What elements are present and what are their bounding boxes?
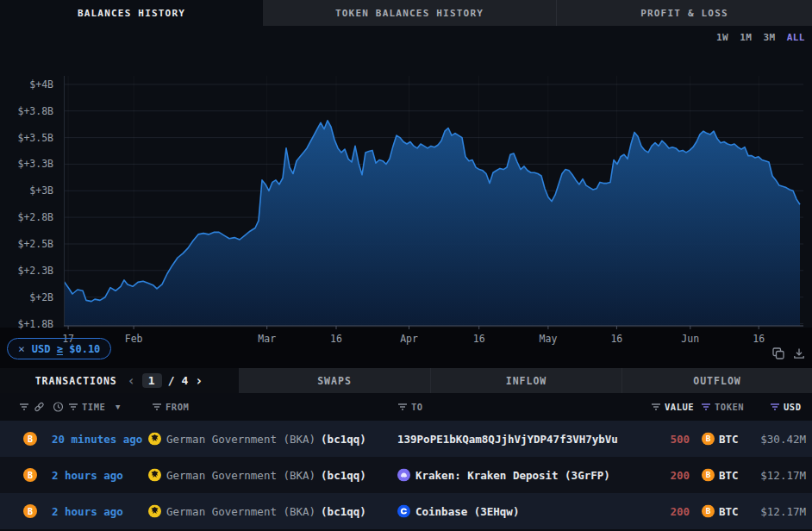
tab-transactions[interactable]: TRANSACTIONS ‹ 1 / 4 › xyxy=(0,368,239,393)
y-axis-label: $+3.8B xyxy=(17,105,53,117)
table-row[interactable]: B 2 hours ago German Government (BKA) (b… xyxy=(0,457,812,493)
x-axis-label: 16 xyxy=(753,333,765,345)
kraken-icon xyxy=(397,469,410,482)
svg-text:B: B xyxy=(28,434,33,444)
from-address[interactable]: (bc1qq) xyxy=(321,433,366,446)
time-link[interactable]: 20 minutes ago xyxy=(52,433,142,446)
tab-profit-and-loss[interactable]: PROFIT & LOSS xyxy=(556,0,812,26)
x-axis-label: Apr xyxy=(400,333,418,345)
tab-transactions-label: TRANSACTIONS xyxy=(35,375,117,387)
from-address[interactable]: (bc1qq) xyxy=(321,469,366,482)
filter-icon[interactable] xyxy=(397,403,408,411)
to-entity-name[interactable]: Coinbase (3EHqw) xyxy=(415,505,519,518)
header-from[interactable]: FROM xyxy=(166,402,189,412)
tab-token-balances-history[interactable]: TOKEN BALANCES HISTORY xyxy=(263,0,556,26)
filter-icon[interactable] xyxy=(152,403,162,411)
tab-inflow[interactable]: INFLOW xyxy=(430,368,621,393)
tab-swaps[interactable]: SWAPS xyxy=(239,368,430,393)
range-3m-button[interactable]: 3M xyxy=(763,32,775,43)
tx-value: 500 xyxy=(670,433,690,446)
german-government-icon xyxy=(148,469,161,482)
to-entity-name[interactable]: Kraken: Kraken Deposit (3GrFP) xyxy=(415,469,610,482)
table-row[interactable]: B 20 minutes ago German Government (BKA)… xyxy=(0,421,812,457)
btc-token-icon: B xyxy=(702,469,715,482)
y-axis: $+4B$+3.8B$+3.5B$+3.3B$+3B$+2.8B$+2.5B$+… xyxy=(0,26,59,328)
token-symbol: BTC xyxy=(719,505,739,518)
x-axis-label: May xyxy=(540,333,558,345)
time-link[interactable]: 2 hours ago xyxy=(52,505,123,518)
from-address[interactable]: (bc1qq) xyxy=(321,505,366,518)
usd-amount: $12.17M xyxy=(760,505,806,518)
tab-balances-history-label: BALANCES HISTORY xyxy=(78,8,185,19)
page-current: 1 xyxy=(142,373,162,388)
tab-profit-and-loss-label: PROFIT & LOSS xyxy=(640,8,728,19)
svg-text:B: B xyxy=(706,434,711,443)
balance-area-chart[interactable] xyxy=(64,76,803,331)
x-axis-label: Feb xyxy=(125,333,143,345)
chip-label: USD ≥ $0.10 xyxy=(32,343,101,355)
page-separator: / xyxy=(168,374,176,387)
btc-token-icon: B xyxy=(702,433,715,446)
filter-icon[interactable] xyxy=(651,403,661,411)
from-entity-name[interactable]: German Government (BKA) xyxy=(166,469,315,482)
header-value[interactable]: VALUE xyxy=(665,402,694,412)
y-axis-label: $+2.3B xyxy=(17,265,53,277)
transactions-table: TIME ▼ FROM TO VALUE TOKEN USD xyxy=(0,393,812,531)
from-entity-name[interactable]: German Government (BKA) xyxy=(166,505,315,518)
table-header: TIME ▼ FROM TO VALUE TOKEN USD xyxy=(0,393,812,421)
tx-value: 200 xyxy=(670,469,690,482)
table-toolbar xyxy=(771,347,806,360)
filter-icon[interactable] xyxy=(19,403,29,411)
tab-balances-history[interactable]: BALANCES HISTORY xyxy=(0,0,263,26)
time-link[interactable]: 2 hours ago xyxy=(52,469,123,482)
to-address[interactable]: 139PoPE1bKQam8QJjhVjYDP47f3VH7ybVu xyxy=(397,433,618,446)
range-all-button[interactable]: ALL xyxy=(787,32,805,43)
chevron-down-icon[interactable]: ▼ xyxy=(116,403,121,411)
y-axis-label: $+2.5B xyxy=(17,238,53,250)
y-axis-label: $+2B xyxy=(29,291,53,303)
header-token[interactable]: TOKEN xyxy=(715,402,744,412)
y-axis-label: $+3.3B xyxy=(17,158,53,170)
link-icon[interactable] xyxy=(34,402,45,413)
page-prev-button[interactable]: ‹ xyxy=(128,373,136,389)
x-axis-label: 16 xyxy=(610,333,622,345)
y-axis-label: $+1.8B xyxy=(17,318,53,330)
header-usd[interactable]: USD xyxy=(784,402,801,412)
from-entity-name[interactable]: German Government (BKA) xyxy=(166,433,315,446)
page-total: 4 xyxy=(181,374,189,387)
y-axis-label: $+3.5B xyxy=(17,132,53,144)
copy-icon[interactable] xyxy=(771,347,785,360)
header-time[interactable]: TIME xyxy=(82,402,105,412)
y-axis-label: $+3B xyxy=(29,184,53,197)
tx-value: 200 xyxy=(670,505,690,518)
btc-chain-icon: B xyxy=(23,432,37,446)
usd-amount: $12.17M xyxy=(760,469,806,482)
filter-icon-active[interactable] xyxy=(770,403,780,411)
x-axis-label: Mar xyxy=(258,333,276,345)
y-axis-label: $+4B xyxy=(29,78,53,91)
clock-icon xyxy=(53,402,64,413)
tab-inflow-label: INFLOW xyxy=(506,375,547,387)
download-icon[interactable] xyxy=(792,347,806,360)
tab-outflow[interactable]: OUTFLOW xyxy=(621,368,812,393)
filter-icon-active[interactable] xyxy=(701,403,711,411)
coinbase-icon xyxy=(397,505,410,518)
german-government-icon xyxy=(148,505,161,518)
filter-icon[interactable] xyxy=(68,403,78,411)
pagination: ‹ 1 / 4 › xyxy=(128,373,204,389)
btc-token-icon: B xyxy=(702,505,715,518)
header-to[interactable]: TO xyxy=(411,402,423,412)
tab-outflow-label: OUTFLOW xyxy=(693,375,740,387)
page-next-button[interactable]: › xyxy=(195,373,203,389)
arkham-dashboard: BALANCES HISTORY TOKEN BALANCES HISTORY … xyxy=(0,0,812,531)
table-row[interactable]: B 2 hours ago German Government (BKA) (b… xyxy=(0,493,812,529)
range-1m-button[interactable]: 1M xyxy=(740,32,752,43)
range-1w-button[interactable]: 1W xyxy=(716,32,728,43)
x-axis-label: 16 xyxy=(473,333,485,345)
usd-amount: $30.42M xyxy=(760,433,806,446)
usd-filter-chip[interactable]: × USD ≥ $0.10 xyxy=(7,338,111,359)
btc-chain-icon: B xyxy=(23,504,37,518)
token-symbol: BTC xyxy=(719,433,739,446)
chip-close-icon[interactable]: × xyxy=(18,342,25,355)
time-range-selector: 1W 1M 3M ALL xyxy=(716,32,805,43)
